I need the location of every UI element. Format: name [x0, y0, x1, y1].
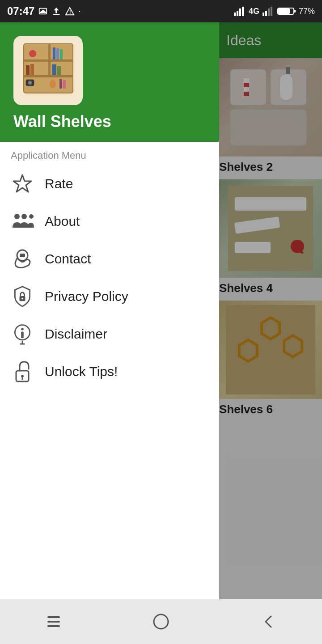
status-right: 4G 77%: [233, 6, 315, 16]
drawer-overlay[interactable]: [219, 22, 322, 644]
network-type: 4G: [249, 7, 259, 16]
signal2-icon: [262, 6, 275, 16]
svg-rect-3: [53, 14, 60, 15]
menu-item-unlock[interactable]: Unlock Tips!: [0, 353, 219, 390]
menu-item-privacy[interactable]: Privacy Policy: [0, 278, 219, 315]
svg-rect-6: [234, 13, 236, 16]
svg-point-52: [50, 80, 56, 89]
svg-rect-8: [239, 8, 241, 16]
home-button[interactable]: [143, 608, 179, 635]
contact-label: Contact: [45, 251, 91, 267]
back-icon: [259, 613, 277, 631]
svg-rect-53: [59, 79, 62, 89]
recents-button[interactable]: [36, 608, 72, 635]
svg-rect-45: [26, 65, 30, 75]
svg-rect-40: [48, 62, 51, 75]
warning-icon: !: [65, 6, 75, 16]
status-left: 07:47 ! ·: [7, 5, 80, 17]
lock-icon: [11, 360, 34, 383]
menu-item-about[interactable]: About: [0, 203, 219, 240]
svg-rect-65: [21, 331, 24, 338]
svg-rect-48: [57, 66, 61, 75]
svg-rect-38: [24, 75, 73, 77]
svg-rect-43: [56, 48, 59, 59]
unlock-label: Unlock Tips!: [45, 364, 118, 379]
svg-rect-16: [278, 8, 290, 14]
bottom-nav: [0, 599, 322, 644]
svg-rect-42: [53, 47, 55, 59]
people-icon: [11, 210, 34, 233]
svg-point-41: [29, 50, 36, 57]
svg-rect-39: [48, 44, 51, 59]
home-icon: [152, 613, 170, 631]
menu-item-contact[interactable]: Contact: [0, 240, 219, 278]
svg-rect-11: [265, 11, 267, 16]
svg-rect-7: [237, 11, 238, 16]
svg-point-57: [21, 214, 27, 219]
phone-icon: [11, 247, 34, 271]
signal-icon: [233, 6, 246, 16]
menu-section-label: Application Menu: [0, 142, 219, 165]
svg-rect-47: [52, 64, 56, 75]
svg-rect-15: [294, 10, 296, 13]
disclaimer-label: Disclaimer: [45, 326, 107, 342]
svg-rect-71: [47, 616, 60, 618]
svg-rect-9: [242, 7, 244, 16]
svg-rect-13: [271, 7, 272, 16]
svg-point-69: [21, 375, 24, 377]
svg-rect-60: [20, 254, 25, 257]
svg-text:!: !: [69, 9, 71, 15]
back-button[interactable]: [250, 608, 286, 635]
svg-rect-73: [47, 625, 60, 627]
upload-icon: [51, 6, 61, 16]
about-label: About: [45, 214, 80, 229]
star-icon: [11, 172, 34, 195]
app-icon: [13, 36, 83, 105]
status-bar: 07:47 ! · 4G 77%: [0, 0, 322, 22]
drawer-header: Wall Shelves: [0, 22, 219, 142]
svg-point-51: [29, 81, 31, 84]
svg-rect-12: [268, 8, 270, 16]
status-time: 07:47: [7, 5, 34, 17]
drawer: Wall Shelves Application Menu Rate About: [0, 22, 219, 599]
rate-label: Rate: [45, 176, 73, 191]
privacy-label: Privacy Policy: [45, 289, 128, 304]
photo-icon: [38, 6, 48, 16]
svg-rect-46: [30, 64, 34, 75]
menu-item-disclaimer[interactable]: Disclaimer: [0, 315, 219, 353]
svg-point-56: [14, 214, 20, 219]
info-icon: [11, 322, 34, 346]
svg-rect-37: [24, 59, 73, 62]
menu-item-rate[interactable]: Rate: [0, 165, 219, 203]
recents-icon: [45, 613, 63, 631]
shield-icon: [11, 285, 34, 308]
svg-rect-44: [60, 49, 63, 59]
svg-rect-54: [63, 80, 66, 89]
svg-point-74: [154, 614, 168, 629]
svg-point-58: [29, 214, 34, 219]
svg-rect-10: [263, 13, 264, 16]
app-icon-svg: [17, 39, 80, 102]
svg-rect-72: [47, 621, 60, 623]
svg-point-62: [21, 298, 23, 300]
app-name: Wall Shelves: [13, 112, 111, 131]
dot-icon: ·: [78, 7, 80, 16]
svg-point-64: [21, 328, 24, 330]
svg-marker-55: [13, 175, 31, 192]
battery-pct: 77%: [299, 7, 315, 16]
battery-icon: [277, 6, 296, 16]
